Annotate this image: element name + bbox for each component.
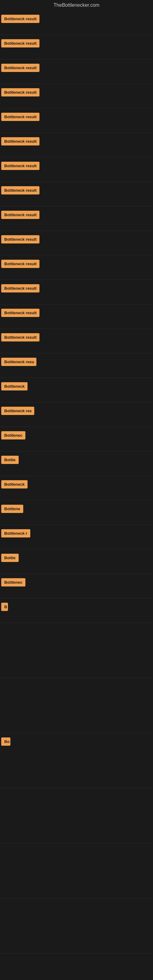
list-item[interactable]: Bottleneck result (0, 182, 153, 207)
bottleneck-badge: B (1, 603, 8, 611)
bottleneck-badge: Bottleneck (1, 382, 27, 390)
bottleneck-badge: Bottleneck result (1, 64, 40, 72)
list-item[interactable]: Bottlenec (0, 574, 153, 598)
bottleneck-badge: Bottlenec (1, 578, 26, 587)
bottleneck-badge: Bottleneck result (1, 211, 40, 219)
bottleneck-badge: Bottleneck result (1, 235, 40, 243)
list-item[interactable]: Bottleneck res (0, 402, 153, 427)
list-item[interactable]: Bottleneck result (0, 158, 153, 182)
list-item[interactable]: B (0, 598, 153, 623)
list-item[interactable]: Bottleneck result (0, 84, 153, 108)
bottleneck-badge: Bottleneck result (1, 137, 40, 145)
bottleneck-badge: Bo (1, 737, 10, 746)
bottleneck-badge: Bottleneck res (1, 407, 34, 415)
list-item[interactable]: Bottleneck result (0, 133, 153, 158)
list-item[interactable]: Bottleneck result (0, 59, 153, 84)
list-item[interactable] (0, 843, 153, 899)
list-item[interactable] (0, 899, 153, 954)
list-item[interactable]: Bottleneck result (0, 280, 153, 304)
bottleneck-list: Bottleneck resultBottleneck resultBottle… (0, 10, 153, 954)
list-item[interactable]: Bottleneck result (0, 304, 153, 329)
bottleneck-badge: Bottleneck result (1, 186, 40, 194)
bottleneck-badge: Bottlenec (1, 431, 26, 439)
list-item[interactable]: Bottle (0, 549, 153, 574)
list-item[interactable] (0, 623, 153, 678)
bottleneck-badge: Bottleneck (1, 480, 27, 488)
list-item[interactable]: Bottleneck result (0, 255, 153, 280)
bottleneck-badge: Bottleneck result (1, 88, 40, 97)
bottleneck-badge: Bottleneck result (1, 39, 40, 48)
list-item[interactable]: Bottleneck result (0, 329, 153, 353)
bottleneck-badge: Bottleneck resu (1, 358, 37, 366)
list-item[interactable]: Bottleneck (0, 476, 153, 500)
bottleneck-badge: Bottleneck result (1, 260, 40, 268)
list-item[interactable]: Bottleneck result (0, 108, 153, 133)
bottleneck-badge: Bottleneck result (1, 309, 40, 317)
bottleneck-badge: Bottleneck result (1, 333, 40, 342)
list-item[interactable]: Bottleneck result (0, 10, 153, 35)
list-item[interactable]: Bottleneck r (0, 525, 153, 549)
list-item[interactable]: Bottlenec (0, 427, 153, 452)
list-item[interactable]: Bottleneck result (0, 231, 153, 255)
site-title: TheBottlenecker.com (0, 0, 153, 10)
list-item[interactable] (0, 788, 153, 843)
list-item[interactable]: Bottleneck (0, 378, 153, 402)
bottleneck-badge: Bottle (1, 456, 19, 464)
list-item[interactable]: Bo (0, 733, 153, 788)
bottleneck-badge: Bottleneck result (1, 15, 40, 23)
list-item[interactable]: Bottleneck result (0, 35, 153, 59)
bottleneck-badge: Bottleneck result (1, 284, 40, 293)
bottleneck-badge: Bottlene (1, 505, 23, 513)
bottleneck-badge: Bottleneck r (1, 529, 30, 538)
list-item[interactable]: Bottleneck result (0, 207, 153, 231)
bottleneck-badge: Bottleneck result (1, 162, 40, 170)
bottleneck-badge: Bottleneck result (1, 113, 40, 121)
list-item[interactable]: Bottleneck resu (0, 353, 153, 378)
list-item[interactable]: Bottle (0, 452, 153, 476)
list-item[interactable] (0, 678, 153, 733)
list-item[interactable]: Bottlene (0, 500, 153, 525)
bottleneck-badge: Bottle (1, 554, 19, 562)
